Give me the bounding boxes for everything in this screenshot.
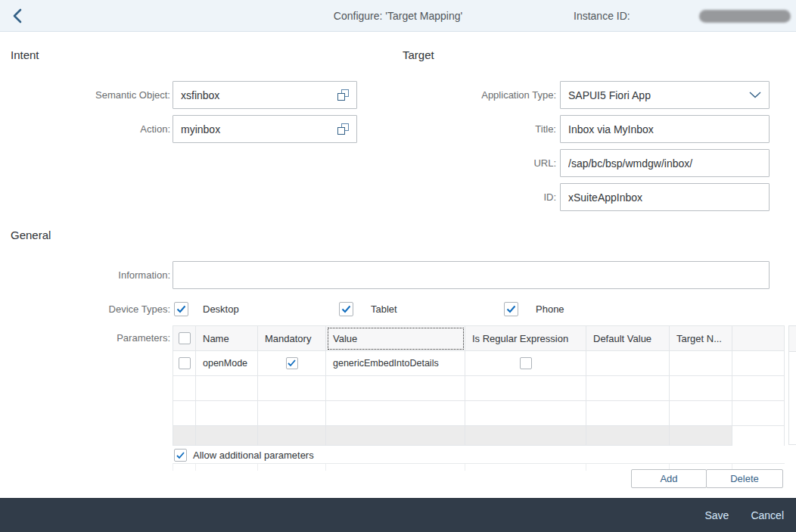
column-header-name[interactable]: Name	[196, 326, 258, 351]
action-label: Action:	[0, 115, 170, 143]
row-spacer-cell	[732, 351, 784, 376]
intent-section-title: Intent	[11, 48, 39, 61]
id-input[interactable]: xSuiteAppInbox	[560, 183, 770, 211]
value-help-icon[interactable]	[337, 89, 349, 101]
page-title: Configure: 'Target Mapping'	[0, 0, 796, 32]
checkmark-icon	[176, 452, 185, 459]
semantic-object-value: xsfinbox	[181, 89, 333, 101]
device-type-tablet-label: Tablet	[371, 302, 397, 316]
configure-target-mapping-page: Configure: 'Target Mapping' Instance ID:…	[0, 0, 796, 532]
value-help-icon[interactable]	[337, 123, 349, 135]
device-type-desktop-label: Desktop	[203, 302, 239, 316]
id-label: ID:	[393, 183, 556, 211]
title-label: Title:	[393, 115, 556, 143]
param-value-cell[interactable]: genericEmbedIntoDetails	[326, 351, 465, 376]
semantic-object-input[interactable]: xsfinbox	[173, 81, 357, 109]
title-input[interactable]: Inbox via MyInbox	[560, 115, 770, 143]
device-type-phone-label: Phone	[536, 302, 564, 316]
column-header-is-regular-expression[interactable]: Is Regular Expression	[465, 326, 586, 351]
chevron-down-icon	[749, 92, 761, 98]
row-select-cell[interactable]	[173, 351, 196, 376]
target-section-title: Target	[403, 48, 434, 61]
cancel-button[interactable]: Cancel	[751, 509, 784, 521]
checkmark-icon	[176, 305, 186, 313]
id-value: xSuiteAppInbox	[568, 191, 761, 204]
param-target-name-cell[interactable]	[670, 351, 732, 376]
semantic-object-label: Semantic Object:	[0, 81, 170, 109]
parameter-row: openMode genericEmbedIntoDetails	[173, 351, 784, 376]
information-label: Information:	[0, 261, 170, 289]
device-types-label: Device Types:	[0, 302, 170, 316]
empty-parameter-row[interactable]	[173, 401, 784, 426]
top-bar: Configure: 'Target Mapping' Instance ID:	[0, 0, 796, 32]
device-type-tablet-checkbox[interactable]	[339, 302, 353, 316]
save-button[interactable]: Save	[704, 509, 729, 521]
column-header-mandatory[interactable]: Mandatory	[258, 326, 326, 351]
url-label: URL:	[393, 149, 556, 177]
select-all-cell[interactable]	[173, 326, 196, 351]
checkmark-icon	[506, 305, 516, 313]
checkmark-icon	[288, 359, 296, 367]
application-type-label: Application Type:	[393, 81, 556, 109]
instance-id-redacted-value	[699, 10, 791, 23]
column-header-target-name[interactable]: Target N...	[670, 326, 732, 351]
row-select-checkbox[interactable]	[179, 357, 191, 369]
checkmark-icon	[341, 305, 351, 313]
select-all-checkbox[interactable]	[179, 332, 191, 344]
empty-parameter-row[interactable]	[173, 376, 784, 401]
url-input[interactable]: /sap/bc/bsp/wmdgw/inbox/	[560, 149, 770, 177]
footer-bar: Save Cancel	[0, 498, 796, 532]
application-type-value: SAPUI5 Fiori App	[568, 89, 745, 101]
general-section-title: General	[11, 229, 51, 241]
clipped-table-column	[788, 325, 796, 445]
is-regex-checkbox[interactable]	[520, 357, 532, 369]
filler-row	[173, 426, 784, 446]
column-header-default-value[interactable]: Default Value	[586, 326, 670, 351]
delete-button[interactable]: Delete	[706, 469, 783, 488]
column-header-value[interactable]: Value	[326, 326, 465, 351]
param-default-value-cell[interactable]	[586, 351, 670, 376]
param-name-cell[interactable]: openMode	[196, 351, 258, 376]
device-type-phone-checkbox[interactable]	[504, 302, 518, 316]
action-value: myinbox	[181, 123, 333, 135]
action-input[interactable]: myinbox	[173, 115, 357, 143]
add-button[interactable]: Add	[631, 469, 707, 488]
information-input[interactable]	[173, 261, 770, 289]
param-is-regex-cell[interactable]	[465, 351, 586, 376]
parameters-label: Parameters:	[0, 325, 170, 351]
parameters-table: Name Mandatory Value Is Regular Expressi…	[173, 325, 785, 446]
application-type-select[interactable]: SAPUI5 Fiori App	[560, 81, 770, 109]
column-header-spacer	[732, 326, 784, 351]
title-value: Inbox via MyInbox	[568, 123, 761, 135]
allow-additional-parameters-label: Allow additional parameters	[193, 449, 314, 462]
url-value: /sap/bc/bsp/wmdgw/inbox/	[568, 157, 761, 170]
parameters-table-header-row: Name Mandatory Value Is Regular Expressi…	[173, 326, 784, 351]
allow-additional-parameters-checkbox[interactable]	[174, 449, 187, 462]
param-mandatory-cell[interactable]	[258, 351, 326, 376]
device-type-desktop-checkbox[interactable]	[174, 302, 188, 316]
mandatory-checkbox[interactable]	[286, 357, 298, 369]
instance-id-label: Instance ID:	[574, 0, 630, 32]
